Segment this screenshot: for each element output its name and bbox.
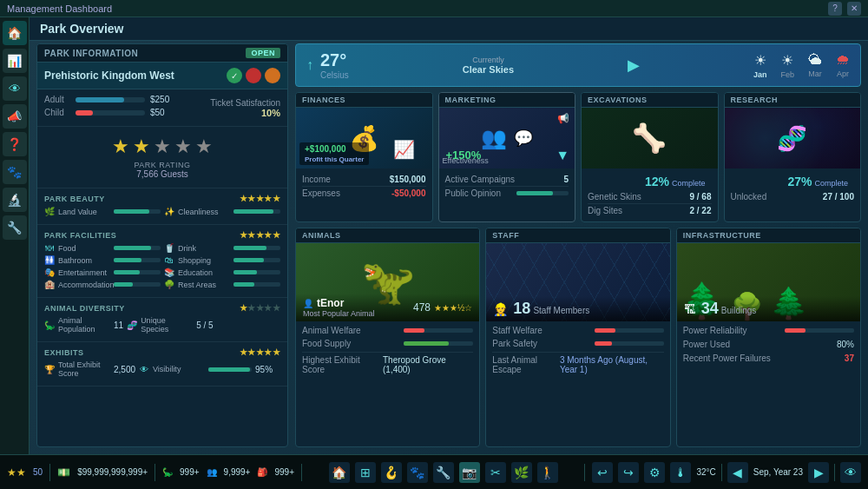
- safety-bar-bg: [595, 341, 664, 346]
- nav-home-icon[interactable]: 🏠: [329, 462, 350, 483]
- cloud-icon: 🌥: [808, 52, 822, 68]
- sidebar-animals-icon[interactable]: 🐾: [3, 160, 27, 184]
- digsites-row: Dig Sites 2 / 22: [588, 204, 712, 217]
- building-icon: 🏗: [684, 302, 696, 316]
- help-button[interactable]: ?: [828, 2, 842, 16]
- rating-value: 50: [33, 467, 43, 477]
- eye-button[interactable]: 👁: [840, 462, 861, 483]
- sidebar-stats-icon[interactable]: 📊: [3, 49, 27, 73]
- crowd1-icon: 🦕: [162, 467, 173, 477]
- sep5: [721, 464, 722, 481]
- park-name-row: Prehistoric Kingdom West ✓: [37, 63, 287, 89]
- bottom-right: ↩ ↪ ⚙ 🌡 32°C ◀ Sep, Year 23 ▶ 👁: [592, 462, 861, 483]
- weather-bar: ↑ 27° Celsius Currently Clear Skies ▶ ☀ …: [295, 43, 861, 87]
- drink-icon: 🥤: [164, 243, 174, 253]
- sidebar-home-icon[interactable]: 🏠: [3, 21, 27, 45]
- sep2: [155, 464, 155, 481]
- nav-photo-icon[interactable]: 📷: [459, 462, 480, 483]
- star-2: ★: [133, 135, 150, 158]
- down-arrow-icon: ▼: [556, 148, 569, 163]
- reliability-bar: [785, 328, 806, 333]
- close-button[interactable]: ✕: [847, 2, 861, 16]
- people-icon: 👥: [481, 126, 507, 150]
- sidebar-marketing-icon[interactable]: 📣: [3, 104, 27, 129]
- nav-build-icon[interactable]: 🔧: [433, 462, 454, 483]
- prev-season-button[interactable]: ◀: [727, 462, 748, 483]
- supply-row: Food Supply: [302, 339, 473, 348]
- facilities-section: PARK FACILITIES ★★★★★ 🍽 Food 🚻 Bathroom: [37, 225, 287, 298]
- season-display: Sep, Year 23: [753, 467, 803, 477]
- diversity-stars: ★★★★★: [240, 303, 281, 313]
- chat-icon: 💬: [514, 129, 533, 148]
- nav-paw-icon[interactable]: 🐾: [407, 462, 428, 483]
- income-row: Income $150,000: [302, 173, 426, 187]
- shopping-row: 🛍 Shopping: [164, 255, 280, 265]
- temp-icon[interactable]: 🌡: [670, 462, 691, 483]
- finances-card: FINANCES 💰 📈 +$100,000 Profit this Quart…: [295, 92, 433, 222]
- staff-welfare-bg: [595, 328, 664, 333]
- park-safety-row: Park Safety: [492, 339, 663, 348]
- weather-nav-arrow[interactable]: ▶: [628, 56, 640, 75]
- nav-grid-icon[interactable]: ⊞: [355, 462, 376, 483]
- beauty-section: PARK BEAUTY ★★★★★ 🌿 Land Value ✨: [37, 188, 287, 225]
- excavation-complete: 12% Complete: [588, 173, 712, 190]
- research-card: RESEARCH 🧬 27% Complete Unlocked 27 / 10…: [724, 92, 862, 222]
- right-area: ↑ 27° Celsius Currently Clear Skies ▶ ☀ …: [295, 43, 861, 447]
- badge-green: ✓: [227, 68, 242, 83]
- badge-orange: [265, 68, 280, 83]
- animals-card: ANIMALS 🦖 👤 tEnor Most Popular Animal: [295, 228, 480, 447]
- exhibit-highlight: Highest Exhibit Score Theropod Grove (1,…: [302, 352, 473, 374]
- clean-bar: [233, 209, 273, 214]
- animal-featured-icon: 👤: [303, 299, 313, 308]
- nav-hook-icon[interactable]: 🪝: [381, 462, 402, 483]
- excavations-card: EXCAVATIONS 🦴 12% Complete Genetic Skins…: [581, 92, 719, 222]
- temp-section: ↑ 27° Celsius: [306, 50, 349, 80]
- exhibits-stats: 🏆 Total Exhibit Score 2,500 👁 Visibility…: [44, 360, 280, 380]
- redo-icon[interactable]: ↪: [618, 462, 639, 483]
- campaigns-row: Active Campaigns 5: [445, 173, 569, 187]
- undo-icon[interactable]: ↩: [592, 462, 613, 483]
- rating-stars: ★ ★ ★ ★ ★: [44, 135, 280, 158]
- staff-welfare-bar: [595, 328, 615, 333]
- badge-red: [246, 68, 261, 83]
- titlebar-controls: ? ✕: [828, 2, 861, 16]
- infra-overlay: 🏗 34 Buildings: [677, 296, 860, 321]
- exhibit-score-row: 🏆 Total Exhibit Score 2,500: [44, 360, 135, 378]
- research-header: RESEARCH: [725, 93, 861, 108]
- marketing-card: MARKETING 👥 💬 +150% Effectiveness 📢 ▼: [438, 92, 576, 222]
- sidebar-facilities-icon[interactable]: 🔧: [3, 215, 27, 240]
- beauty-title: PARK BEAUTY ★★★★★: [44, 194, 280, 203]
- nav-tree-icon[interactable]: 🌿: [511, 462, 532, 483]
- star-rating-section: ★ ★ ★ ★ ★ PARK RATING 7,566 Guests: [37, 127, 287, 188]
- rain-icon: 🌧: [836, 52, 850, 68]
- settings-icon[interactable]: ⚙: [644, 462, 665, 483]
- research-stats: 27% Complete Unlocked 27 / 100: [725, 169, 861, 208]
- nav-scissors-icon[interactable]: ✂: [485, 462, 506, 483]
- nav-person-icon[interactable]: 🚶: [537, 462, 558, 483]
- visibility-icon: 👁: [139, 365, 149, 374]
- beauty-stars: ★★★★★: [240, 194, 281, 203]
- rating-stars-icon: ★★: [7, 466, 26, 479]
- next-season-button[interactable]: ▶: [808, 462, 829, 483]
- sun2-icon: ☀: [781, 52, 793, 69]
- reliability-bar-bg: [785, 328, 854, 333]
- adult-bar: [76, 97, 124, 102]
- money-icon-bottom: 💵: [57, 466, 70, 479]
- diversity-title: ANIMAL DIVERSITY ★★★★★: [44, 303, 280, 313]
- sidebar-help-icon[interactable]: ❓: [3, 132, 27, 156]
- staff-card: STAFF 👷 18 Staff Members Staff Welfare: [485, 228, 670, 447]
- park-name: Prehistoric Kingdom West: [44, 69, 174, 82]
- animal-name-row: 👤 tEnor: [303, 297, 375, 309]
- land-value-row: 🌿 Land Value: [44, 207, 161, 216]
- finances-header: FINANCES: [296, 93, 432, 108]
- education-icon: 📚: [164, 268, 174, 277]
- sidebar-view-icon[interactable]: 👁: [3, 76, 27, 101]
- ticket-pricing: Adult $250 Child $50: [44, 95, 210, 121]
- child-bar: [76, 110, 93, 116]
- staff-image: 👷 18 Staff Members: [486, 243, 669, 321]
- star-4: ★: [174, 135, 192, 158]
- exhibits-stars: ★★★★★: [240, 347, 281, 357]
- unique-row: 🧬 Unique Species 5 / 5: [127, 316, 213, 334]
- marketing-stats: Active Campaigns 5 Public Opinion: [439, 169, 575, 204]
- sidebar-research-icon[interactable]: 🔬: [3, 188, 27, 212]
